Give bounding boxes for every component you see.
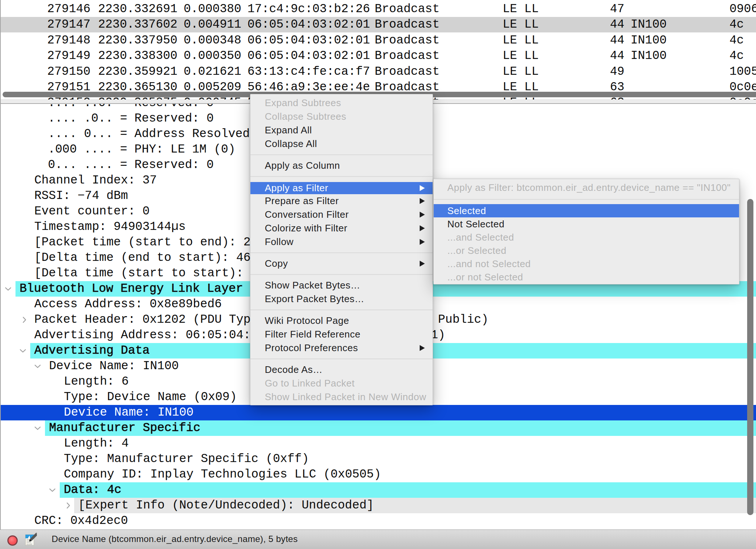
svg-text:01100: 01100 (27, 543, 32, 546)
